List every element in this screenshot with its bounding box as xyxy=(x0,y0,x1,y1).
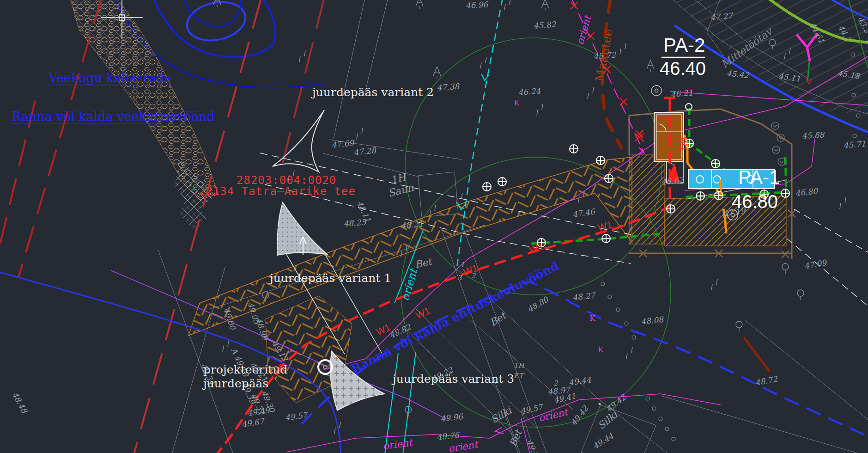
label-variant3: juurdepääs variant 3 xyxy=(391,372,514,386)
annotation-2: 2 xyxy=(553,379,558,387)
elevation-label: 45.88 xyxy=(801,130,825,141)
link-veekaitse[interactable]: Ranna või kalda veekaitsevöönd xyxy=(12,110,215,124)
elevation-label: 48.21 xyxy=(401,220,424,230)
site-plan-drawing[interactable]: 46.9647.2745.8245.7246.2146.2447.3845.42… xyxy=(0,0,868,453)
annotation-et: ET xyxy=(514,372,525,380)
label-pa1: PA-1 xyxy=(738,166,780,188)
link-kallasrada[interactable]: Veekogu kallasrada xyxy=(48,71,172,85)
annotation-1: 1 xyxy=(460,261,465,269)
elevation-label: 46.24 xyxy=(518,86,541,97)
label-variant1: juurdepääs variant 1 xyxy=(268,271,391,285)
annotation-2: 2 xyxy=(471,272,476,280)
annotation-3: 3 xyxy=(457,274,462,282)
annotation-1h: 1H xyxy=(514,361,525,370)
elevation-label: 46.96 xyxy=(465,0,489,10)
label-road-name: 22134 Tatra—Aarike tee xyxy=(199,185,356,198)
annotation-k: K xyxy=(589,313,595,323)
elevation-label: 45.82 xyxy=(533,20,557,31)
label-pa2: PA-2 xyxy=(663,34,705,56)
label-variant2: juurdepääs variant 2 xyxy=(311,86,434,99)
elevation-label: 48.25 xyxy=(343,218,367,228)
cad-viewport[interactable]: 46.9647.2745.8245.7246.2146.2447.3845.42… xyxy=(0,0,868,453)
label-pa1-elevation: 46.80 xyxy=(732,191,778,212)
elevation-label: 46.21 xyxy=(670,88,693,99)
annotation-k: K xyxy=(514,98,520,107)
elevation-label: 47.38 xyxy=(437,82,460,92)
label-pa2-elevation: 46.40 xyxy=(660,58,706,79)
elevation-label: 45.71 xyxy=(843,139,866,150)
annotation-w1: W1 xyxy=(678,137,689,152)
label-projekteeritud-1: projekteeritud xyxy=(203,363,287,376)
label-projekteeritud-2: juurdepääs xyxy=(202,377,268,390)
annotation-k: K xyxy=(598,345,604,354)
